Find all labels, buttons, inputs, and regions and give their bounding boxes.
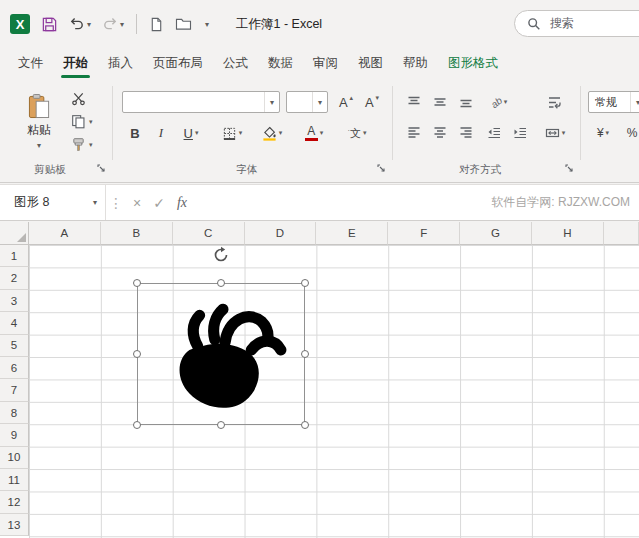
row-header-11[interactable]: 11 — [0, 469, 29, 491]
row-header-6[interactable]: 6 — [0, 357, 29, 379]
number-format-dropdown-icon[interactable]: ▾ — [630, 92, 639, 112]
paste-button[interactable]: 粘贴 ▾ — [16, 86, 62, 156]
column-header-b[interactable]: B — [101, 222, 173, 245]
underline-button[interactable]: U ▾ — [176, 122, 206, 144]
resize-handle-bottom-right[interactable] — [301, 421, 309, 429]
column-header-f[interactable]: F — [388, 222, 460, 245]
wrap-text-button[interactable] — [540, 91, 568, 113]
align-right-button[interactable] — [454, 122, 478, 144]
tab-help[interactable]: 帮助 — [393, 48, 438, 78]
tab-view[interactable]: 视图 — [348, 48, 393, 78]
format-painter-button[interactable]: ▾ — [68, 134, 106, 155]
percent-style-button[interactable]: % — [622, 122, 639, 144]
tab-formulas[interactable]: 公式 — [213, 48, 258, 78]
row-header-12[interactable]: 12 — [0, 491, 29, 513]
row-header-8[interactable]: 8 — [0, 402, 29, 424]
merge-dropdown-icon[interactable]: ▾ — [562, 129, 566, 137]
resize-handle-top-right[interactable] — [301, 279, 309, 287]
middle-align-button[interactable] — [428, 91, 452, 113]
row-header-13[interactable]: 13 — [0, 514, 29, 536]
tab-data[interactable]: 数据 — [258, 48, 303, 78]
enter-button[interactable]: ✓ — [148, 185, 170, 220]
number-format-combo[interactable]: 常规 ▾ — [588, 91, 639, 113]
column-header-a[interactable]: A — [29, 222, 101, 245]
resize-handle-top-left[interactable] — [133, 279, 141, 287]
phonetic-dropdown-icon[interactable]: ▾ — [363, 129, 367, 137]
underline-dropdown-icon[interactable]: ▾ — [195, 129, 199, 137]
bottom-align-button[interactable] — [454, 91, 478, 113]
tab-page-layout[interactable]: 页面布局 — [143, 48, 213, 78]
font-color-button[interactable]: A ▾ — [298, 122, 330, 144]
column-header-e[interactable]: E — [316, 222, 388, 245]
row-header-10[interactable]: 10 — [0, 447, 29, 469]
paste-dropdown-icon[interactable]: ▾ — [37, 141, 41, 150]
decrease-font-size-button[interactable]: A▾ — [360, 91, 384, 113]
column-header-partial[interactable] — [604, 222, 639, 245]
fill-color-button[interactable]: ▾ — [256, 122, 288, 144]
resize-handle-middle-right[interactable] — [301, 350, 309, 358]
clipboard-dialog-launcher[interactable] — [96, 163, 108, 175]
resize-handle-middle-left[interactable] — [133, 350, 141, 358]
borders-dropdown-icon[interactable]: ▾ — [239, 129, 243, 137]
column-header-d[interactable]: D — [245, 222, 317, 245]
alignment-dialog-launcher[interactable] — [564, 163, 576, 175]
merge-center-button[interactable]: ▾ — [538, 122, 572, 144]
increase-font-size-button[interactable]: A▴ — [334, 91, 358, 113]
font-size-dropdown-icon[interactable]: ▾ — [312, 92, 327, 112]
tab-insert[interactable]: 插入 — [98, 48, 143, 78]
tab-home[interactable]: 开始 — [53, 48, 98, 78]
new-document-button[interactable] — [147, 11, 166, 37]
cancel-button[interactable]: × — [126, 185, 148, 220]
tab-file[interactable]: 文件 — [8, 48, 53, 78]
formula-bar-splitter[interactable]: ⋮ — [110, 185, 122, 220]
name-box-dropdown-icon[interactable]: ▾ — [93, 198, 97, 207]
row-header-4[interactable]: 4 — [0, 312, 29, 334]
align-left-button[interactable] — [402, 122, 426, 144]
accounting-dropdown-icon[interactable]: ▾ — [606, 129, 610, 137]
rotate-handle[interactable] — [212, 246, 230, 264]
search-box[interactable]: 搜索 — [514, 10, 639, 37]
copy-button[interactable]: ▾ — [68, 111, 106, 132]
align-center-button[interactable] — [428, 122, 452, 144]
orientation-dropdown-icon[interactable]: ▾ — [504, 98, 508, 106]
row-header-9[interactable]: 9 — [0, 424, 29, 446]
fill-color-dropdown-icon[interactable]: ▾ — [279, 129, 283, 137]
column-header-h[interactable]: H — [532, 222, 604, 245]
phonetic-guide-button[interactable]: ˊ文 ▾ — [340, 122, 374, 144]
grid-cells[interactable] — [29, 245, 639, 538]
open-file-button[interactable] — [173, 11, 194, 37]
decrease-indent-button[interactable] — [482, 122, 506, 144]
resize-handle-top-center[interactable] — [217, 279, 225, 287]
select-all-button[interactable] — [0, 222, 29, 245]
font-dialog-launcher[interactable] — [376, 163, 388, 175]
tab-review[interactable]: 审阅 — [303, 48, 348, 78]
font-color-dropdown-icon[interactable]: ▾ — [320, 129, 324, 137]
undo-dropdown-icon[interactable]: ▾ — [87, 20, 91, 29]
bold-button[interactable]: B — [124, 122, 146, 144]
increase-indent-button[interactable] — [508, 122, 532, 144]
customize-qat-button[interactable]: ▾ — [201, 11, 211, 37]
font-name-dropdown-icon[interactable]: ▾ — [264, 92, 279, 112]
resize-handle-bottom-center[interactable] — [217, 421, 225, 429]
name-box[interactable]: 图形 8 ▾ — [0, 185, 106, 220]
shape-selection-box[interactable] — [137, 283, 305, 425]
resize-handle-bottom-left[interactable] — [133, 421, 141, 429]
accounting-format-button[interactable]: ¥ ▾ — [588, 122, 618, 144]
row-header-5[interactable]: 5 — [0, 335, 29, 357]
row-header-7[interactable]: 7 — [0, 379, 29, 401]
formula-input[interactable] — [198, 185, 519, 220]
tab-shape-format[interactable]: 图形格式 — [438, 48, 508, 78]
excel-app-button[interactable]: X — [8, 11, 32, 37]
top-align-button[interactable] — [402, 91, 426, 113]
column-header-g[interactable]: G — [460, 222, 532, 245]
borders-button[interactable]: ▾ — [216, 122, 248, 144]
orientation-button[interactable]: ab ▾ — [482, 91, 516, 113]
redo-button[interactable]: ▾ — [100, 11, 126, 37]
insert-function-button[interactable]: fx — [170, 185, 194, 220]
cut-button[interactable] — [68, 88, 106, 109]
font-name-combo[interactable]: ▾ — [122, 91, 280, 113]
column-header-c[interactable]: C — [173, 222, 245, 245]
undo-button[interactable]: ▾ — [67, 11, 93, 37]
save-button[interactable] — [39, 11, 60, 37]
row-header-1[interactable]: 1 — [0, 245, 29, 267]
